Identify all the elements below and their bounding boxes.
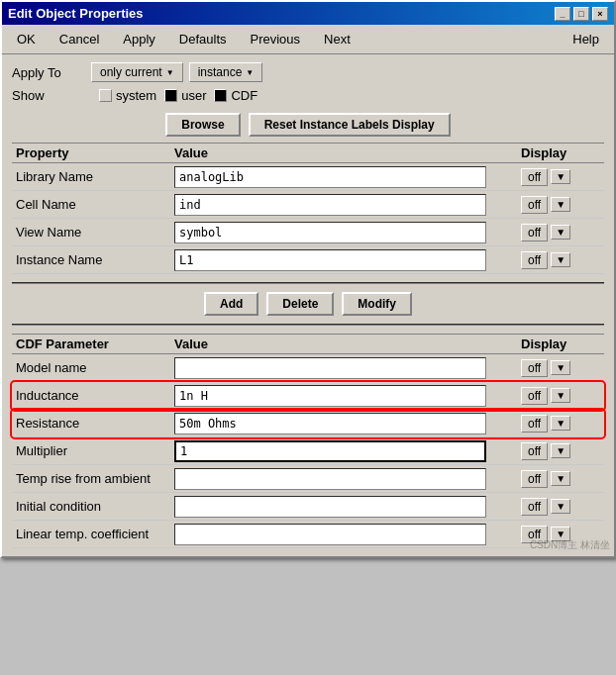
cdf-resistance-label: Resistance — [16, 416, 174, 431]
cdf-label: CDF — [231, 88, 257, 103]
defaults-button[interactable]: Defaults — [168, 28, 238, 50]
linear-temp-row: Linear temp. coefficient off ▼ — [12, 521, 604, 548]
previous-button[interactable]: Previous — [240, 28, 312, 50]
maximize-button[interactable]: □ — [573, 7, 589, 21]
display-header: Display — [521, 145, 600, 160]
prop-view-label: View Name — [16, 225, 174, 240]
action-buttons: Add Delete Modify — [12, 292, 604, 316]
cancel-button[interactable]: Cancel — [49, 28, 110, 50]
initial-condition-input[interactable] — [174, 496, 486, 518]
cell-arrow-button[interactable]: ▼ — [551, 197, 570, 212]
user-label: user — [181, 88, 206, 103]
delete-button[interactable]: Delete — [266, 292, 334, 316]
view-arrow-button[interactable]: ▼ — [551, 225, 570, 240]
table-row: Model name off ▼ — [12, 354, 604, 382]
content-area: Apply To only current instance Show syst… — [2, 54, 614, 556]
multiplier-input[interactable] — [174, 440, 486, 462]
temp-rise-display-cell: off ▼ — [521, 470, 600, 488]
title-bar: Edit Object Properties _ □ × — [2, 2, 614, 25]
table-row: View Name off ▼ — [12, 219, 604, 246]
browse-button[interactable]: Browse — [165, 113, 240, 137]
cdf-checkbox[interactable] — [214, 89, 227, 102]
minimize-button[interactable]: _ — [555, 7, 570, 21]
model-arrow-button[interactable]: ▼ — [551, 360, 570, 375]
model-off-button[interactable]: off — [521, 359, 548, 377]
temp-rise-input[interactable] — [174, 468, 486, 490]
instance-arrow-button[interactable]: ▼ — [551, 252, 570, 267]
system-checkbox[interactable] — [99, 89, 112, 102]
library-off-button[interactable]: off — [521, 168, 548, 186]
multiplier-arrow-button[interactable]: ▼ — [551, 443, 570, 458]
inductance-off-button[interactable]: off — [521, 387, 548, 405]
watermark: CSDN博主 林清坐 — [530, 538, 610, 552]
temp-rise-row: Temp rise from ambient off ▼ — [12, 465, 604, 493]
multiplier-row: Multiplier off ▼ — [12, 437, 604, 465]
temp-rise-off-button[interactable]: off — [521, 470, 548, 488]
initial-off-button[interactable]: off — [521, 498, 548, 516]
modify-button[interactable]: Modify — [342, 292, 412, 316]
reset-button[interactable]: Reset Instance Labels Display — [249, 113, 451, 137]
browse-reset-buttons: Browse Reset Instance Labels Display — [12, 113, 604, 137]
close-button[interactable]: × — [592, 7, 608, 21]
cdf-table-body: Model name off ▼ Inductance off ▼ — [12, 354, 604, 548]
add-button[interactable]: Add — [204, 292, 258, 316]
cdf-linear-temp-label: Linear temp. coefficient — [16, 527, 174, 541]
initial-display-cell: off ▼ — [521, 498, 600, 516]
value-header: Value — [174, 145, 521, 160]
show-row: Show system user CDF — [12, 88, 604, 103]
cell-display-cell: off ▼ — [521, 196, 600, 214]
linear-temp-input[interactable] — [174, 524, 486, 545]
resistance-arrow-button[interactable]: ▼ — [551, 416, 570, 431]
help-button[interactable]: Help — [562, 28, 610, 50]
cdf-temp-rise-label: Temp rise from ambient — [16, 471, 174, 486]
user-checkbox-area: user — [164, 88, 206, 103]
resistance-input[interactable] — [174, 413, 486, 434]
cdf-table-header: CDF Parameter Value Display — [12, 334, 604, 354]
cdf-section: CDF Parameter Value Display Model name o… — [12, 334, 604, 548]
only-current-dropdown[interactable]: only current — [91, 62, 183, 82]
initial-arrow-button[interactable]: ▼ — [551, 499, 570, 514]
cdf-value-header: Value — [174, 337, 521, 351]
properties-table-header: Property Value Display — [12, 143, 604, 163]
apply-button[interactable]: Apply — [112, 28, 166, 50]
inductance-input[interactable] — [174, 385, 486, 407]
instance-off-button[interactable]: off — [521, 251, 548, 269]
menu-bar: OK Cancel Apply Defaults Previous Next H… — [2, 25, 614, 54]
instance-name-input[interactable] — [174, 249, 486, 271]
cdf-display-header: Display — [521, 337, 600, 351]
show-label: Show — [12, 88, 91, 103]
multiplier-off-button[interactable]: off — [521, 442, 548, 460]
library-arrow-button[interactable]: ▼ — [551, 169, 570, 184]
view-name-input[interactable] — [174, 222, 486, 243]
apply-to-row: Apply To only current instance — [12, 62, 604, 82]
cell-off-button[interactable]: off — [521, 196, 548, 214]
cdf-multiplier-label: Multiplier — [16, 443, 174, 458]
properties-table-body: Library Name off ▼ Cell Name off ▼ View … — [12, 163, 604, 274]
prop-library-label: Library Name — [16, 169, 174, 184]
ok-button[interactable]: OK — [6, 28, 47, 50]
resistance-row: Resistance off ▼ — [12, 410, 604, 437]
window-title: Edit Object Properties — [8, 6, 144, 21]
initial-condition-row: Initial condition off ▼ — [12, 493, 604, 521]
system-label: system — [116, 88, 156, 103]
model-name-input[interactable] — [174, 357, 486, 379]
inductance-arrow-button[interactable]: ▼ — [551, 388, 570, 403]
apply-to-label: Apply To — [12, 65, 91, 80]
library-name-input[interactable] — [174, 166, 486, 188]
cdf-parameter-header: CDF Parameter — [16, 337, 174, 351]
temp-rise-arrow-button[interactable]: ▼ — [551, 471, 570, 486]
cdf-initial-label: Initial condition — [16, 499, 174, 514]
cdf-inductance-label: Inductance — [16, 388, 174, 403]
next-button[interactable]: Next — [313, 28, 361, 50]
separator1 — [12, 282, 604, 284]
inductance-display-cell: off ▼ — [521, 387, 600, 405]
multiplier-display-cell: off ▼ — [521, 442, 600, 460]
cell-name-input[interactable] — [174, 194, 486, 216]
view-off-button[interactable]: off — [521, 224, 548, 241]
resistance-display-cell: off ▼ — [521, 415, 600, 433]
property-header: Property — [16, 145, 174, 160]
separator2 — [12, 324, 604, 326]
resistance-off-button[interactable]: off — [521, 415, 548, 433]
user-checkbox[interactable] — [164, 89, 177, 102]
instance-dropdown[interactable]: instance — [189, 62, 263, 82]
